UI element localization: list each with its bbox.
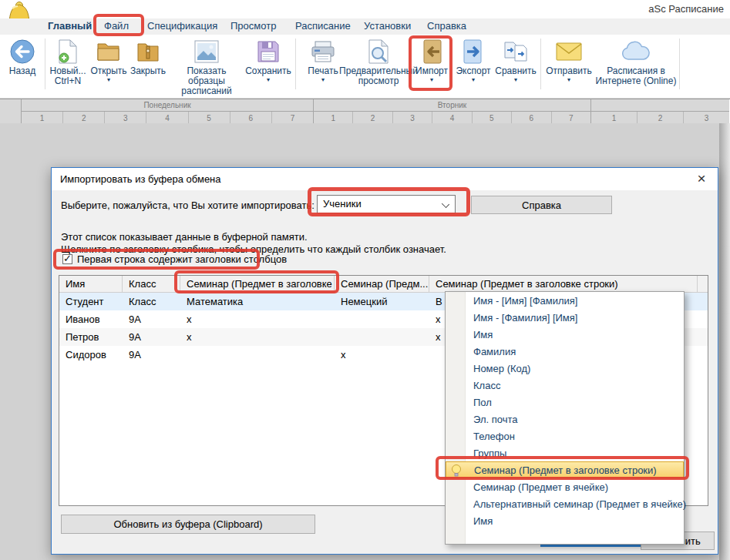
column-header-name[interactable]: Имя	[59, 276, 123, 292]
menu-item[interactable]: Имя	[446, 512, 684, 529]
dialog-titlebar[interactable]: Импортировать из буфера обмена ×	[52, 168, 718, 190]
dropdown-value: Ученики	[323, 198, 362, 210]
compare-button[interactable]: Сравнить ▾	[494, 37, 537, 83]
floppy-disk-icon	[257, 37, 280, 66]
archive-folder-icon	[136, 37, 160, 66]
help-button[interactable]: Справка	[471, 196, 612, 214]
menu-item[interactable]: Номер (Код)	[446, 360, 684, 377]
print-preview-button[interactable]: Предварительный просмотр	[345, 37, 412, 86]
day-header-monday: Понедельник	[22, 99, 314, 112]
open-folder-icon	[96, 37, 121, 66]
close-file-button[interactable]: Закрыть	[129, 37, 167, 76]
menu-item[interactable]: Телефон	[446, 428, 684, 444]
menu-item-options[interactable]: Установки	[364, 20, 411, 32]
lightbulb-icon	[451, 464, 462, 479]
ribbon-separator	[679, 39, 680, 89]
ribbon-separator	[295, 39, 296, 89]
table-header-row: Имя Класс Семинар (Предмет в заголовке с…	[59, 276, 708, 293]
menu-bar: Главный Файл Спецификация Просмотр Распи…	[0, 18, 730, 35]
menu-item-highlighted[interactable]: Семинар (Предмет в заголовке строки)	[446, 461, 684, 478]
import-button[interactable]: Импорт ▾	[412, 37, 452, 83]
periods-next: 123	[591, 112, 729, 124]
menu-item[interactable]: Группы	[446, 444, 684, 461]
menu-item[interactable]: Альтернативный семинар (Предмет в ячейке…	[446, 495, 684, 512]
dropdown-caret-icon[interactable]: ▾	[430, 77, 433, 83]
menu-item[interactable]: Пол	[446, 394, 684, 411]
column-header-class[interactable]: Класс	[123, 276, 180, 292]
envelope-icon	[556, 37, 582, 66]
close-icon[interactable]: ×	[693, 170, 710, 187]
dialog-title: Импортировать из буфера обмена	[60, 173, 221, 185]
open-button[interactable]: Открыть ▾	[89, 37, 129, 83]
checkbox-label: Первая строка содержит заголовки столбцо…	[77, 253, 287, 265]
dropdown-caret-icon[interactable]: ▾	[321, 77, 325, 83]
import-type-dropdown[interactable]: Ученики	[317, 195, 456, 213]
back-icon	[9, 37, 35, 66]
info-line-1: Этот список показывает данные в буферной…	[61, 231, 308, 243]
back-button[interactable]: Назад	[3, 37, 42, 76]
column-mapping-context-menu: Имя - [Имя] [Фамилия] Имя - [Фамилия] [И…	[445, 291, 685, 545]
compare-pages-icon	[503, 37, 529, 66]
menu-item[interactable]: Семинар (Предмет в ячейке)	[446, 478, 684, 495]
menu-item[interactable]: Имя - [Фамилия] [Имя]	[446, 309, 684, 326]
menu-item-timetable[interactable]: Расписание	[295, 20, 351, 32]
ribbon-separator	[45, 39, 45, 89]
menu-item-file[interactable]: Файл	[104, 20, 129, 32]
periods-tuesday: 1234567	[314, 112, 591, 124]
send-button[interactable]: Отправить ▾	[544, 37, 594, 83]
menu-item[interactable]: Фамилия	[446, 343, 684, 360]
grid-corner-cell	[0, 99, 22, 112]
new-file-icon	[58, 37, 78, 66]
import-icon	[421, 37, 442, 66]
export-icon	[463, 37, 484, 66]
day-header-next	[591, 99, 729, 112]
select-import-label: Выберите, пожалуйста, что Вы хотите импо…	[61, 200, 315, 211]
column-header-seminar-row-2[interactable]: Семинар (Предмет в заголовке строки)	[429, 276, 698, 292]
first-row-headers-checkbox[interactable]: ✓ Первая строка содержит заголовки столб…	[62, 253, 287, 265]
app-title: aSc Расписание	[648, 3, 724, 15]
menu-item[interactable]: Класс	[446, 377, 684, 394]
periods-monday: 1234567	[22, 112, 314, 124]
dropdown-caret-icon[interactable]: ▾	[567, 77, 570, 83]
menu-item-view[interactable]: Просмотр	[230, 20, 276, 32]
timetable-header: Понедельник Вторник 1234567 1234567 123	[0, 99, 730, 126]
cloud-icon	[620, 37, 652, 66]
export-button[interactable]: Экспорт ▾	[452, 37, 494, 83]
refresh-clipboard-button[interactable]: Обновить из буфера (Clipboard)	[61, 515, 315, 534]
ribbon-toolbar: Назад Новый... Ctrl+N Открыть ▾ Закрыть …	[0, 35, 730, 99]
dropdown-caret-icon[interactable]: ▾	[267, 77, 270, 83]
column-header-seminar-row[interactable]: Семинар (Предмет в заголовке строки)	[180, 276, 335, 292]
checkbox-box[interactable]: ✓	[62, 254, 72, 264]
menu-item-main[interactable]: Главный	[48, 20, 92, 32]
show-samples-button[interactable]: Показать образцы расписаний	[167, 37, 246, 96]
save-button[interactable]: Сохранить ▾	[246, 37, 291, 83]
menu-item-spec[interactable]: Спецификация	[147, 20, 217, 32]
column-header-seminar-truncated[interactable]: Семинар (Предм...	[335, 276, 429, 292]
dropdown-caret-icon[interactable]: ▾	[472, 77, 475, 83]
menu-item[interactable]: Имя	[446, 326, 684, 343]
online-timetables-button[interactable]: Расписания в Интернете (Online)	[595, 37, 677, 86]
printer-icon	[311, 37, 335, 66]
menu-item[interactable]: Имя - [Имя] [Фамилия]	[446, 292, 684, 309]
day-header-tuesday: Вторник	[314, 99, 591, 112]
vertical-scrollbar[interactable]	[719, 123, 730, 560]
column-header-filler	[698, 276, 708, 292]
grid-corner-cell	[0, 112, 22, 124]
new-button[interactable]: Новый... Ctrl+N	[47, 37, 89, 86]
ribbon-separator	[540, 39, 541, 89]
menu-item-help[interactable]: Справка	[427, 20, 466, 32]
dropdown-caret-icon[interactable]: ▾	[107, 77, 110, 83]
page-magnifier-icon	[367, 37, 390, 66]
check-icon: ✓	[63, 253, 72, 264]
menu-item[interactable]: Эл. почта	[446, 411, 684, 428]
dropdown-caret-icon[interactable]: ▾	[514, 77, 517, 83]
chevron-down-icon	[442, 200, 449, 208]
picture-icon	[194, 37, 219, 66]
